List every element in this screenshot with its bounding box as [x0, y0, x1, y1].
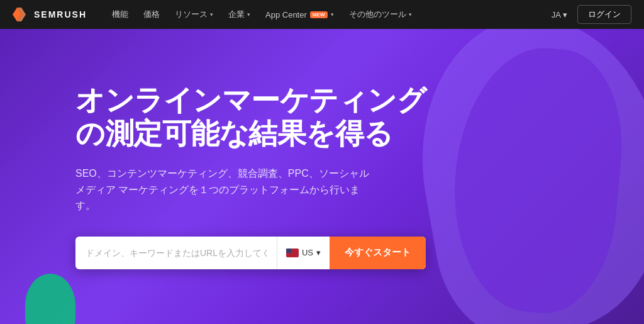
nav-item-pricing[interactable]: 価格: [136, 0, 167, 29]
hero-title-line1: オンラインマーケティング: [75, 84, 426, 116]
nav-item-appcenter[interactable]: App Center NEW ▾: [258, 0, 341, 29]
nav-right: JA ▾ ログイン: [547, 5, 631, 24]
logo-text: SEMRUSH: [34, 9, 87, 20]
logo[interactable]: SEMRUSH: [13, 8, 87, 21]
nav-item-tools[interactable]: その他のツール ▾: [341, 0, 419, 29]
language-label: JA: [552, 10, 561, 20]
nav-label-resources: リソース: [175, 9, 208, 20]
country-label: US: [302, 248, 313, 257]
nav-label-company: 企業: [228, 9, 245, 20]
semrush-logo-icon: [13, 8, 30, 21]
search-bar: US ▾ 今すぐスタート: [75, 237, 426, 269]
hero-section: オンラインマーケティング の測定可能な結果を得る SEO、コンテンツマーケティン…: [0, 29, 644, 324]
flag-icon: [286, 249, 299, 257]
country-selector[interactable]: US ▾: [277, 237, 330, 269]
nav-item-resources[interactable]: リソース ▾: [167, 0, 221, 29]
navbar: SEMRUSH 機能 価格 リソース ▾ 企業 ▾ App Center NEW…: [0, 0, 644, 29]
chevron-down-icon: ▾: [409, 11, 412, 18]
hero-subtitle: SEO、コンテンツマーケティング、競合調査、PPC、ソーシャルメディア マーケテ…: [75, 165, 377, 214]
chevron-down-icon: ▾: [210, 11, 213, 18]
language-selector[interactable]: JA ▾: [547, 10, 572, 20]
chevron-down-icon: ▾: [331, 11, 334, 18]
chevron-down-icon: ▾: [316, 248, 321, 257]
search-input[interactable]: [75, 237, 277, 269]
teal-decoration: [25, 274, 75, 324]
nav-label-appcenter: App Center: [265, 10, 307, 20]
nav-item-features[interactable]: 機能: [104, 0, 136, 29]
nav-item-company[interactable]: 企業 ▾: [221, 0, 258, 29]
chevron-down-icon: ▾: [563, 10, 567, 20]
cta-button[interactable]: 今すぐスタート: [330, 237, 426, 269]
nav-items: 機能 価格 リソース ▾ 企業 ▾ App Center NEW ▾ その他のツ…: [104, 0, 547, 29]
hero-title-line2: の測定可能な結果を得る: [75, 117, 393, 150]
hero-content: オンラインマーケティング の測定可能な結果を得る SEO、コンテンツマーケティン…: [75, 84, 426, 269]
hero-title: オンラインマーケティング の測定可能な結果を得る: [75, 84, 426, 150]
nav-label-features: 機能: [112, 9, 128, 20]
nav-label-tools: その他のツール: [349, 9, 406, 20]
chevron-down-icon: ▾: [247, 11, 250, 18]
login-button[interactable]: ログイン: [577, 5, 631, 24]
new-badge: NEW: [310, 11, 328, 18]
nav-label-pricing: 価格: [143, 9, 160, 20]
